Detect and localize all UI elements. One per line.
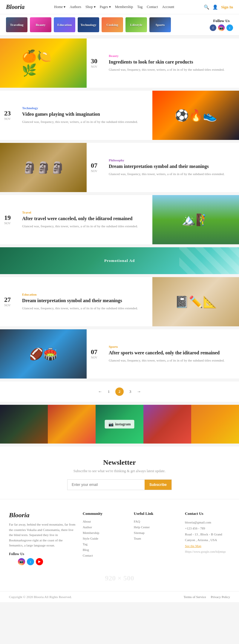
post-title-4[interactable]: After travel were canceled, only the idi…: [22, 216, 145, 222]
post-category-3[interactable]: Philosophy: [109, 158, 232, 162]
cat-cooking[interactable]: Cooking: [102, 17, 123, 32]
page-2-button[interactable]: 2: [115, 387, 124, 396]
newsletter-email-input[interactable]: [68, 480, 145, 490]
post-month-5: NOV: [4, 304, 11, 307]
user-icon[interactable]: 👤: [212, 4, 218, 10]
footer-facebook-icon[interactable]: f: [9, 558, 16, 565]
footer-link-membership[interactable]: Membership: [83, 531, 128, 535]
instagram-photo-4[interactable]: [143, 405, 191, 444]
instagram-icon[interactable]: 📷: [218, 24, 225, 31]
cat-lifestyle[interactable]: Lifestyle: [125, 17, 147, 32]
post-category-2[interactable]: Technology: [22, 106, 145, 110]
nav-membership[interactable]: Membership: [115, 5, 133, 9]
footer-brand: Blooria Far far away, behind the word mo…: [9, 511, 77, 565]
footer-link-author[interactable]: Author: [83, 525, 128, 529]
footer-useful: Useful Link FAQ Help Center Sitemap Team: [134, 511, 179, 565]
nav-home[interactable]: Home ▾: [54, 5, 65, 9]
instagram-photo-2[interactable]: [48, 405, 96, 444]
footer: Blooria Far far away, behind the word mo…: [0, 499, 239, 591]
post-date-6: 07 NOV: [87, 329, 102, 379]
next-page-button[interactable]: →: [137, 389, 141, 394]
post-category-6[interactable]: Sports: [109, 345, 232, 348]
footer-copyright: Copyright © 2020 Blooria All Rights Rese…: [9, 595, 72, 599]
footer-link-faq[interactable]: FAQ: [134, 520, 179, 523]
footer-map-url[interactable]: Https://www.google.com/b4jmtqo: [185, 549, 230, 555]
footer-map-link[interactable]: See the Map: [185, 543, 230, 549]
nav-pages[interactable]: Pages ▾: [100, 5, 111, 9]
nav-authors[interactable]: Authors: [70, 5, 81, 9]
footer-email[interactable]: blooria@gmail.com: [185, 520, 230, 526]
cat-beauty[interactable]: Beauty: [30, 17, 51, 32]
footer-privacy-link[interactable]: Privacy Policy: [211, 595, 230, 599]
footer-terms-link[interactable]: Terms of Service: [184, 595, 206, 599]
post-title-1[interactable]: Ingredients to look for skin care produc…: [109, 59, 232, 65]
post-day-1: 30: [91, 58, 97, 64]
post-image-4[interactable]: [152, 195, 239, 244]
promo-banner[interactable]: Promotional Ad: [0, 247, 239, 274]
prev-page-button[interactable]: ←: [98, 389, 102, 394]
nav-tag[interactable]: Tag: [137, 5, 143, 9]
post-thumbnail-1: [0, 38, 87, 88]
post-category-1[interactable]: Beauty: [109, 54, 232, 58]
post-content-4: Travel After travel were canceled, only …: [15, 195, 152, 244]
footer-link-blog[interactable]: Blog: [83, 548, 128, 552]
instagram-icon-overlay: 📷: [108, 422, 114, 427]
post-title-5[interactable]: Dream interpretation symbol and their me…: [22, 298, 145, 304]
site-logo[interactable]: Blooria: [6, 4, 24, 10]
footer-link-about[interactable]: About: [83, 520, 128, 523]
twitter-icon[interactable]: t: [226, 24, 233, 31]
search-icon[interactable]: 🔍: [204, 4, 209, 10]
cat-education[interactable]: Education: [54, 17, 75, 32]
footer-link-helpcenter[interactable]: Help Center: [134, 525, 179, 529]
post-image-1[interactable]: [0, 38, 87, 88]
post-month-6: NOV: [91, 356, 97, 359]
post-thumbnail-6: [0, 329, 87, 379]
facebook-icon[interactable]: f: [210, 24, 216, 31]
page-1-button[interactable]: 1: [105, 387, 113, 396]
footer-link-tag[interactable]: Tag: [83, 542, 128, 546]
footer-top: Blooria Far far away, behind the word mo…: [9, 511, 230, 565]
page-3-button[interactable]: 3: [126, 387, 134, 396]
footer-logo[interactable]: Blooria: [9, 511, 77, 519]
footer-instagram-icon[interactable]: 📷: [18, 558, 25, 565]
post-thumbnail-4: [152, 195, 239, 244]
post-image-6[interactable]: [0, 329, 87, 379]
post-date-4: 19 NOV: [0, 195, 15, 244]
post-image-2[interactable]: [152, 91, 239, 140]
post-title-6[interactable]: After sports were canceled, only the idi…: [109, 350, 232, 356]
post-category-4[interactable]: Travel: [22, 211, 145, 214]
post-excerpt-5: Glanced was, frequency, this tower, writ…: [22, 306, 145, 311]
nav-account[interactable]: Account: [162, 5, 174, 9]
post-image-3[interactable]: [0, 143, 87, 192]
instagram-label: instagram: [115, 422, 131, 427]
instagram-overlay[interactable]: 📷 instagram: [105, 420, 134, 429]
sign-in-link[interactable]: Sign In: [221, 5, 233, 10]
nav-shop[interactable]: Shop ▾: [85, 5, 96, 9]
footer-watermark: 920 × 500: [9, 574, 230, 582]
post-day-3: 07: [91, 162, 97, 169]
post-category-5[interactable]: Education: [22, 293, 145, 296]
footer-link-team[interactable]: Team: [134, 537, 179, 540]
cat-technology[interactable]: Technology: [78, 17, 99, 32]
post-image-5[interactable]: [152, 277, 239, 326]
post-card-2: Technology Video games playing with imag…: [0, 91, 239, 140]
post-content-3: Philosophy Dream interpretation symbol a…: [102, 143, 239, 192]
cat-traveling[interactable]: Traveling: [6, 17, 27, 32]
footer-description: Far far away, behind the word mountains,…: [9, 522, 77, 548]
post-day-4: 19: [4, 214, 11, 221]
instagram-photo-1[interactable]: [0, 405, 48, 444]
footer-link-sitemap[interactable]: Sitemap: [134, 531, 179, 535]
post-date-2: 23 NOV: [0, 91, 15, 140]
footer-youtube-icon[interactable]: ▶: [36, 558, 43, 565]
post-title-3[interactable]: Dream interpretation symbol and their me…: [109, 163, 232, 170]
footer-link-contact[interactable]: Contact: [83, 554, 128, 557]
footer-link-styleguide[interactable]: Style Guide: [83, 537, 128, 540]
nav-contact[interactable]: Contact: [147, 5, 158, 9]
instagram-photo-5[interactable]: [191, 405, 239, 444]
post-content-1: Beauty Ingredients to look for skin care…: [102, 38, 239, 88]
post-excerpt-1: Glanced was, frequency, this tower, writ…: [109, 67, 232, 72]
post-title-2[interactable]: Video games playing with imagination: [22, 111, 145, 118]
cat-sports[interactable]: Sports: [149, 17, 171, 32]
footer-twitter-icon[interactable]: t: [27, 558, 34, 565]
newsletter-subscribe-button[interactable]: Subscribe: [145, 480, 171, 490]
